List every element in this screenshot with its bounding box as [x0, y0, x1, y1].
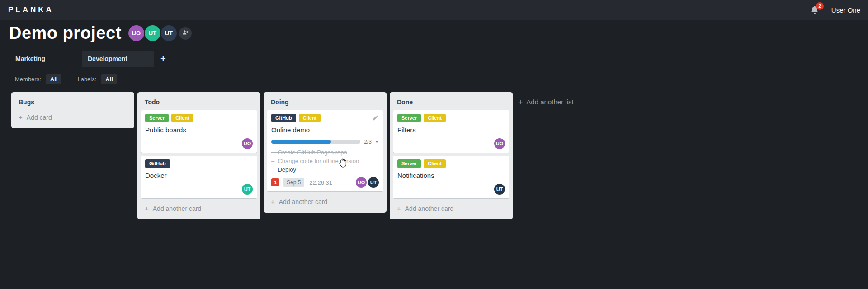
project-header: Demo project UOUTUT [9, 23, 192, 43]
card-label: GitHub [271, 114, 296, 122]
avatar[interactable]: UT [494, 184, 505, 195]
progress-count: 2/3 [364, 139, 372, 145]
progress-bar [271, 140, 360, 144]
add-card-button[interactable]: Add another card [141, 201, 257, 216]
add-list-button[interactable]: Add another list [516, 92, 576, 112]
avatar[interactable]: UT [161, 25, 177, 41]
card-label: Server [397, 114, 421, 122]
timer-value: 22:26:31 [309, 179, 332, 186]
user-menu[interactable]: User One [831, 6, 860, 14]
task-list: Create GitHub Pages repoChange code for … [271, 148, 379, 174]
filter-bar: Members: All Labels: All [15, 74, 117, 84]
notifications-button[interactable]: 2 [810, 5, 820, 15]
list-name[interactable]: Bugs [14, 95, 131, 110]
add-card-button[interactable]: Add card [14, 110, 131, 125]
avatar[interactable]: UT [368, 177, 379, 188]
list-name[interactable]: Todo [141, 95, 257, 110]
avatar[interactable]: UO [494, 138, 505, 149]
bell-icon [810, 9, 820, 16]
card-labels: GitHub [145, 159, 253, 168]
members-filter-value[interactable]: All [46, 74, 62, 84]
card-title: Docker [145, 171, 253, 180]
project-title: Demo project [9, 23, 122, 43]
list: DoneServerClientFiltersUOServerClientNot… [390, 92, 513, 219]
tab-marketing[interactable]: Marketing [9, 51, 82, 67]
planka-logo[interactable]: PLANKA [8, 5, 54, 14]
labels-filter-label: Labels: [77, 76, 96, 83]
card-labels: ServerClient [145, 114, 253, 122]
edit-card-icon[interactable] [372, 114, 379, 123]
card-label: Server [397, 159, 421, 168]
card[interactable]: ServerClientPublic boardsUO [141, 110, 257, 153]
avatar[interactable]: UO [356, 177, 367, 188]
card[interactable]: GitHubClientOnline demo2/3Create GitHub … [267, 110, 383, 191]
avatar[interactable]: UT [242, 184, 253, 195]
topbar-right: 2 User One [810, 0, 860, 20]
list: BugsAdd card [11, 92, 134, 128]
card-title: Filters [397, 126, 505, 135]
card-title: Public boards [145, 126, 253, 135]
add-card-button[interactable]: Add another card [393, 201, 509, 216]
task-item: Deploy [271, 165, 379, 174]
card-label: Client [171, 114, 193, 122]
list-name[interactable]: Done [393, 95, 509, 110]
board-tabs: Marketing Development + [9, 51, 859, 67]
project-members: UOUTUT [128, 25, 177, 41]
card-title: Online demo [271, 126, 379, 135]
card-label: Server [145, 114, 169, 122]
tab-development[interactable]: Development [82, 51, 154, 67]
card-label: GitHub [145, 159, 170, 168]
board: BugsAdd cardTodoServerClientPublic board… [11, 92, 576, 219]
card-labels: ServerClient [397, 114, 505, 122]
labels-filter-value[interactable]: All [101, 74, 117, 84]
planka-app: PLANKA 2 User One Demo project UOUTUT Ma… [0, 0, 868, 289]
user-plus-icon [182, 29, 189, 38]
card-members: UO [397, 138, 505, 149]
members-filter-label: Members: [15, 76, 41, 83]
card-label: Client [299, 114, 321, 122]
progress-fill [271, 140, 331, 144]
avatar[interactable]: UT [145, 25, 160, 41]
list: DoingGitHubClientOnline demo2/3Create Gi… [264, 92, 387, 213]
due-date-badge: Sep 5 [283, 178, 304, 187]
list-name[interactable]: Doing [267, 95, 383, 110]
add-board-button[interactable]: + [160, 51, 175, 67]
task-item: Create GitHub Pages repo [271, 148, 379, 157]
card-badges: 1Sep 522:26:31UOUT [271, 177, 379, 188]
card-label: Client [424, 114, 446, 122]
add-card-button[interactable]: Add another card [267, 195, 383, 210]
card-notification-badge: 1 [271, 178, 279, 186]
card-labels: ServerClient [397, 159, 505, 168]
avatar[interactable]: UO [242, 138, 253, 149]
chevron-down-icon[interactable] [375, 141, 379, 143]
card-members: UOUT [356, 177, 379, 188]
add-member-button[interactable] [179, 27, 192, 40]
top-bar: PLANKA 2 User One [0, 0, 868, 20]
notification-count-badge: 2 [816, 2, 824, 10]
card[interactable]: ServerClientFiltersUO [393, 110, 509, 153]
list: TodoServerClientPublic boardsUOGitHubDoc… [137, 92, 260, 219]
card-labels: GitHubClient [271, 114, 379, 122]
card-members: UT [145, 184, 253, 195]
tasks-progress: 2/3 [271, 139, 379, 145]
task-item: Change code for offline version [271, 157, 379, 165]
card[interactable]: GitHubDockerUT [141, 156, 257, 198]
card-members: UT [397, 184, 505, 195]
avatar[interactable]: UO [128, 25, 144, 41]
card-label: Client [424, 159, 446, 168]
card[interactable]: ServerClientNotificationsUT [393, 156, 509, 198]
card-members: UO [145, 138, 253, 149]
card-title: Notifications [397, 171, 505, 180]
